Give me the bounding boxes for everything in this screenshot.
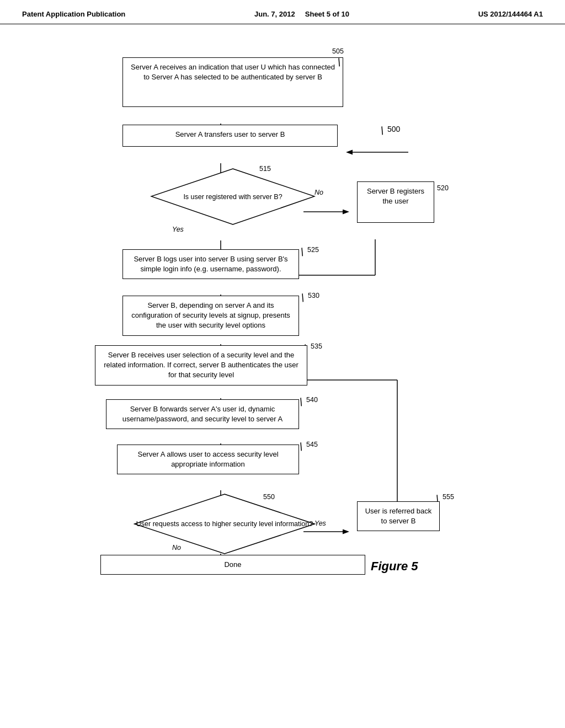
step-555-box: User is referred back to server B [357, 501, 440, 531]
page-header: Patent Application Publication Jun. 7, 2… [0, 0, 565, 24]
done-box: Done [100, 555, 365, 575]
slash-530: / [299, 292, 306, 305]
step-520-label: 520 [437, 184, 449, 192]
step-500-label: 500 [387, 125, 400, 133]
step-535-label: 535 [311, 342, 322, 350]
step-535-box: Server B receives user selection of a se… [95, 345, 307, 386]
step-545-box: Server A allows user to access security … [117, 445, 299, 474]
figure-caption: Figure 5 [371, 559, 418, 574]
label-yes-550: Yes [315, 520, 326, 527]
slash-525: / [299, 246, 306, 259]
label-yes-515: Yes [172, 226, 184, 233]
step-540-label: 540 [306, 396, 318, 404]
label-no-515: No [315, 189, 323, 196]
slash-500: / [379, 125, 386, 138]
step-510-box: Server A transfers user to server B [122, 125, 338, 147]
step-515-diamond: Is user registered with server B? [150, 168, 316, 226]
step-530-label: 530 [308, 292, 319, 299]
step-540-box: Server B forwards server A's user id, dy… [106, 399, 299, 429]
step-525-box: Server B logs user into server B using s… [122, 249, 299, 279]
step-545-label: 545 [306, 441, 318, 448]
step-550-diamond: User requests access to higher security … [134, 493, 316, 555]
header-right: US 2012/144464 A1 [478, 10, 543, 18]
step-505-box: Server A receives an indication that use… [122, 57, 343, 107]
step-505-label: 505 [332, 47, 344, 55]
step-525-label: 525 [307, 246, 319, 254]
main-content: 505 Server A receives an indication that… [0, 24, 565, 664]
step-530-box: Server B, depending on server A and its … [122, 296, 299, 336]
label-no-550: No [172, 544, 181, 552]
header-center: Jun. 7, 2012 Sheet 5 of 10 [254, 10, 349, 18]
step-520-box: Server B registers the user [357, 181, 434, 223]
header-left: Patent Application Publication [22, 10, 125, 18]
step-555-label: 555 [443, 493, 454, 501]
